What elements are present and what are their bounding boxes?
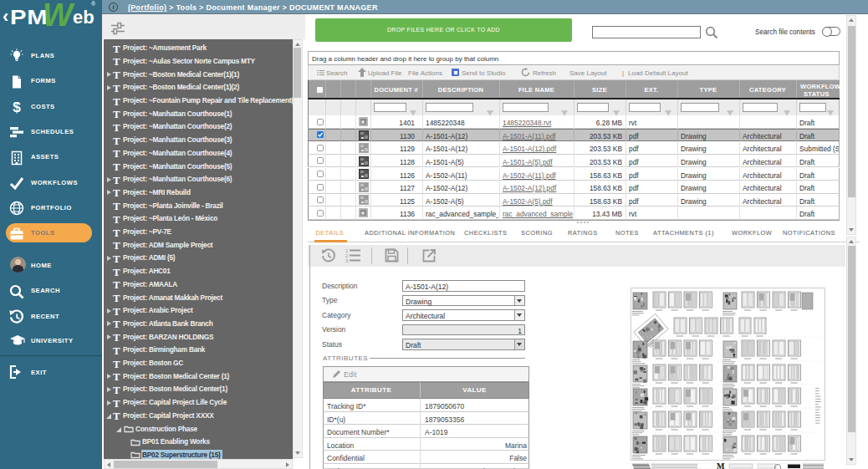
svg-text:3: 3 (345, 258, 349, 263)
svg-text:M: M (717, 463, 725, 469)
svg-text:$: $ (13, 99, 21, 115)
